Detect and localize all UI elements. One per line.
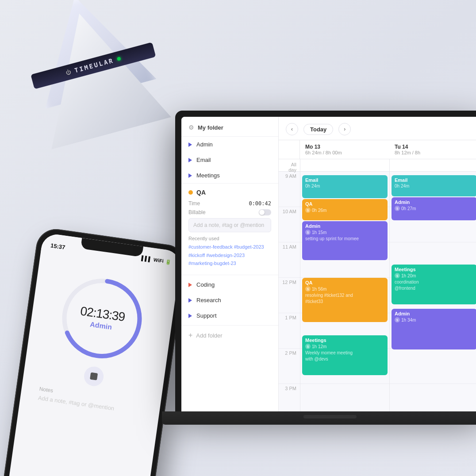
sidebar-item-label: Research	[196, 297, 221, 303]
laptop-bezel: ⚙ My folder Admin Email Meetings	[175, 111, 476, 411]
sidebar-item-meetings[interactable]: Meetings	[181, 168, 278, 183]
power-icon: ⏻	[65, 69, 72, 76]
phone-time: 15:37	[50, 242, 65, 250]
laptop-base	[162, 411, 476, 425]
toggle-track	[259, 209, 271, 215]
time-labels: 9 AM 10 AM 11 AM 12 PM 1 PM 2 PM 3 PM	[279, 172, 300, 411]
timer-ring: 02:13:39 Admin	[52, 269, 152, 369]
arrow-icon	[188, 283, 192, 287]
note-input[interactable]: Add a note, #tag or @mention	[188, 218, 271, 232]
active-name-text: QA	[196, 189, 206, 196]
arrow-icon	[188, 173, 192, 178]
sidebar-item-label: Meetings	[196, 172, 220, 179]
event-meetings-tue[interactable]: Meetings $1h 20m coordination @frontend	[392, 265, 476, 304]
time-value: 0:00:42	[249, 200, 271, 207]
add-folder-button[interactable]: + Add folder	[181, 327, 278, 343]
active-dot	[188, 190, 193, 195]
device-led	[117, 57, 121, 61]
tuesday-column: Email 0h 24m Admin $0h 27m Meetings	[389, 172, 476, 411]
laptop-screen: ⚙ My folder Admin Email Meetings	[181, 117, 476, 411]
folder-title: My folder	[198, 124, 223, 131]
laptop-groove	[303, 415, 357, 418]
event-admin-tue-1[interactable]: Admin $0h 27m	[392, 197, 476, 220]
recently-used-label: Recently used	[188, 236, 271, 241]
time-11am: 11 AM	[279, 242, 300, 278]
toggle-thumb	[259, 210, 265, 215]
sidebar-item-label: Coding	[196, 281, 215, 288]
time-10am: 10 AM	[279, 207, 300, 242]
time-12pm: 12 PM	[279, 278, 300, 313]
monday-column: Email 0h 24m QA $0h 26m Admin	[300, 172, 389, 411]
active-name-row: QA	[188, 189, 271, 196]
phone-status-icons: ▌▌▌ WiFi 🔋	[141, 255, 172, 265]
arrow-icon	[188, 314, 192, 318]
event-meetings-mon[interactable]: Meetings $1h 12m Weekly momee meeting wi…	[302, 335, 388, 375]
calendar-panel: ‹ Today › Mo 13 6h 24m / 8h 00m Tu 14	[279, 117, 476, 411]
calendar-header: ‹ Today ›	[279, 117, 476, 140]
prev-button[interactable]: ‹	[286, 123, 298, 135]
event-email-mon[interactable]: Email 0h 24m	[302, 175, 388, 198]
tags[interactable]: #customer-feedback #budget-2023 #kickoff…	[188, 243, 271, 268]
time-2pm: 2 PM	[279, 349, 300, 384]
sidebar-item-admin[interactable]: Admin	[181, 137, 278, 152]
event-qa-mon-2[interactable]: QA $1h 56m resolving #ticket132 and #tic…	[302, 278, 388, 322]
stop-icon	[90, 372, 98, 380]
arrow-icon	[188, 158, 192, 162]
divider	[181, 325, 278, 326]
add-folder-label: Add folder	[196, 332, 222, 339]
folder-icon: ⚙	[188, 124, 194, 131]
phone-screen: 15:37 ▌▌▌ WiFi 🔋 02:13:39 Admin	[3, 233, 182, 476]
billable-row: Billable	[188, 209, 271, 215]
slot	[390, 349, 476, 384]
sidebar-item-email[interactable]: Email	[181, 152, 278, 168]
next-button[interactable]: ›	[338, 123, 351, 135]
arrow-icon	[188, 298, 192, 303]
time-9am: 9 AM	[279, 172, 300, 207]
event-admin-tue-2[interactable]: Admin $1h 34m	[392, 309, 476, 349]
active-entry: QA Time 0:00:42 Billable A	[181, 183, 278, 273]
laptop: ⚙ My folder Admin Email Meetings	[175, 111, 476, 429]
sidebar-item-label: Email	[196, 157, 211, 163]
time-3pm: 3 PM	[279, 384, 300, 411]
time-label: Time	[188, 200, 200, 207]
wifi-icon: WiFi	[153, 257, 164, 264]
day-label-mon: Mo 13 6h 24m / 8h 00m	[300, 140, 389, 159]
event-qa-mon-1[interactable]: QA $0h 26m	[302, 199, 388, 220]
sidebar-item-coding[interactable]: Coding	[181, 277, 278, 292]
time-row: Time 0:00:42	[188, 200, 271, 207]
billable-label: Billable	[188, 209, 206, 215]
sidebar-item-support[interactable]: Support	[181, 308, 278, 323]
time-1pm: 1 PM	[279, 313, 300, 349]
arrow-icon	[188, 142, 192, 147]
stop-button[interactable]	[83, 365, 105, 388]
billable-toggle[interactable]	[259, 209, 271, 215]
phone-frame: 15:37 ▌▌▌ WiFi 🔋 02:13:39 Admin	[0, 226, 188, 476]
slot	[390, 384, 476, 411]
sidebar-item-label: Admin	[196, 141, 213, 148]
day-label-tue: Tu 14 8h 12m / 8h	[389, 140, 476, 159]
event-email-tue[interactable]: Email 0h 24m	[392, 175, 476, 196]
slot	[300, 384, 389, 411]
days-header: Mo 13 6h 24m / 8h 00m Tu 14 8h 12m / 8h	[279, 140, 476, 159]
sidebar: ⚙ My folder Admin Email Meetings	[181, 117, 279, 411]
sidebar-item-label: Support	[196, 312, 217, 319]
calendar-body: Mo 13 6h 24m / 8h 00m Tu 14 8h 12m / 8h …	[279, 140, 476, 411]
sidebar-item-research[interactable]: Research	[181, 292, 278, 308]
battery-icon: 🔋	[165, 258, 172, 265]
plus-icon: +	[188, 332, 192, 339]
signal-icon: ▌▌▌	[141, 255, 152, 262]
divider	[181, 275, 278, 275]
phone-content: 02:13:39 Admin Notes Add a note, #tag or…	[20, 252, 180, 418]
all-day-row: All day	[279, 159, 476, 172]
calendar-grid: 9 AM 10 AM 11 AM 12 PM 1 PM 2 PM 3 PM	[279, 172, 476, 411]
today-button[interactable]: Today	[303, 124, 333, 135]
event-admin-mon[interactable]: Admin $1h 15m setting up sprint for mome…	[302, 221, 388, 260]
folder-header: ⚙ My folder	[181, 117, 278, 137]
